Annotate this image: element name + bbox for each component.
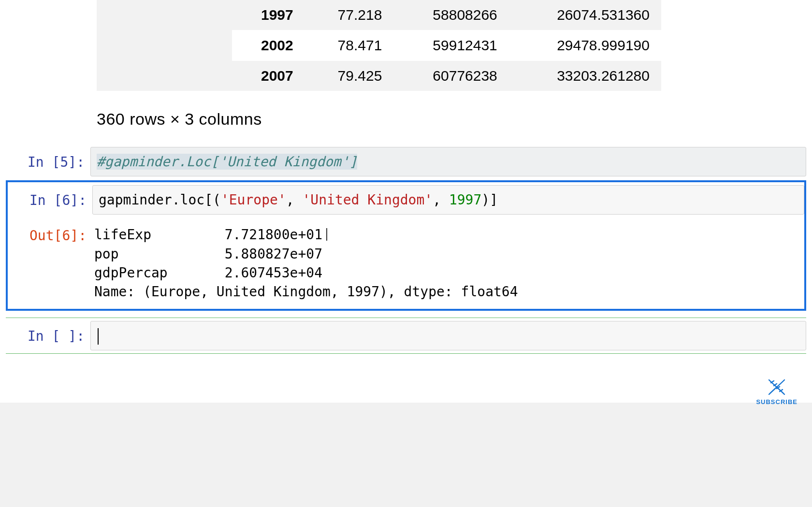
dataframe-table: 1997 77.218 58808266 26074.531360 2002 7… <box>97 0 661 91</box>
code-token: , <box>286 192 303 208</box>
output-dataframe-tail: 1997 77.218 58808266 26074.531360 2002 7… <box>97 0 661 91</box>
cell-gdppercap: 26074.531360 <box>509 0 661 30</box>
cell-gdppercap: 29478.999190 <box>509 30 661 61</box>
code-comment: #gapminder.Loc['United Kingdom'] <box>97 154 357 170</box>
cell-pop: 59912431 <box>393 30 508 61</box>
code-token-number: 1997 <box>449 192 481 208</box>
cell-lifeexp: 79.425 <box>305 61 394 91</box>
output-line: pop 5.880827e+07 <box>94 246 322 262</box>
output-line: lifeExp 7.721800e+01 <box>94 227 322 243</box>
dataframe-shape-summary: 360 rows × 3 columns <box>97 110 806 129</box>
output-line: gdpPercap 2.607453e+04 <box>94 265 322 281</box>
cell-lifeexp: 77.218 <box>305 0 394 30</box>
code-token: gapminder.loc[( <box>99 192 221 208</box>
input-prompt: In [6]: <box>8 185 92 215</box>
input-prompt: In [5]: <box>6 147 90 176</box>
output-text: lifeExp 7.721800e+01 pop 5.880827e+07 gd… <box>92 220 804 306</box>
row-index-year: 1997 <box>232 0 305 30</box>
input-prompt: In [ ]: <box>6 321 90 350</box>
dna-icon <box>766 378 787 396</box>
row-index-year: 2007 <box>232 61 305 91</box>
code-input-area[interactable]: #gapminder.Loc['United Kingdom'] <box>90 147 806 176</box>
code-cell-in6[interactable]: In [6]: gapminder.loc[('Europe', 'United… <box>8 182 804 217</box>
text-cursor-icon <box>98 328 99 345</box>
cell-gdppercap: 33203.261280 <box>509 61 661 91</box>
cell-pop: 60776238 <box>393 61 508 91</box>
text-caret-icon <box>326 228 327 241</box>
svg-line-1 <box>774 384 777 386</box>
subscribe-label: SUBSCRIBE <box>756 398 798 406</box>
subscribe-badge[interactable]: SUBSCRIBE <box>756 378 798 406</box>
output-prompt: Out[6]: <box>8 220 92 306</box>
page-background-strip <box>0 403 812 507</box>
code-token: )] <box>481 192 498 208</box>
selected-cell-frame: In [6]: gapminder.loc[('Europe', 'United… <box>6 180 806 311</box>
svg-line-0 <box>771 381 774 383</box>
code-token-string: 'Europe' <box>221 192 286 208</box>
code-token: , <box>433 192 449 208</box>
code-token-string: 'United Kingdom' <box>302 192 433 208</box>
code-cell-in5[interactable]: In [5]: #gapminder.Loc['United Kingdom'] <box>6 144 806 179</box>
cell-pop: 58808266 <box>393 0 508 30</box>
output-line: Name: (Europe, United Kingdom, 1997), dt… <box>94 284 518 300</box>
code-input-area[interactable] <box>90 321 806 350</box>
row-index-year: 2002 <box>232 30 305 61</box>
code-input-area[interactable]: gapminder.loc[('Europe', 'United Kingdom… <box>92 185 804 215</box>
output-cell-out6: Out[6]: lifeExp 7.721800e+01 pop 5.88082… <box>8 217 804 309</box>
index-blank <box>97 0 232 91</box>
code-cell-empty[interactable]: In [ ]: <box>6 318 806 353</box>
table-row: 1997 77.218 58808266 26074.531360 <box>97 0 661 30</box>
cell-lifeexp: 78.471 <box>305 30 394 61</box>
